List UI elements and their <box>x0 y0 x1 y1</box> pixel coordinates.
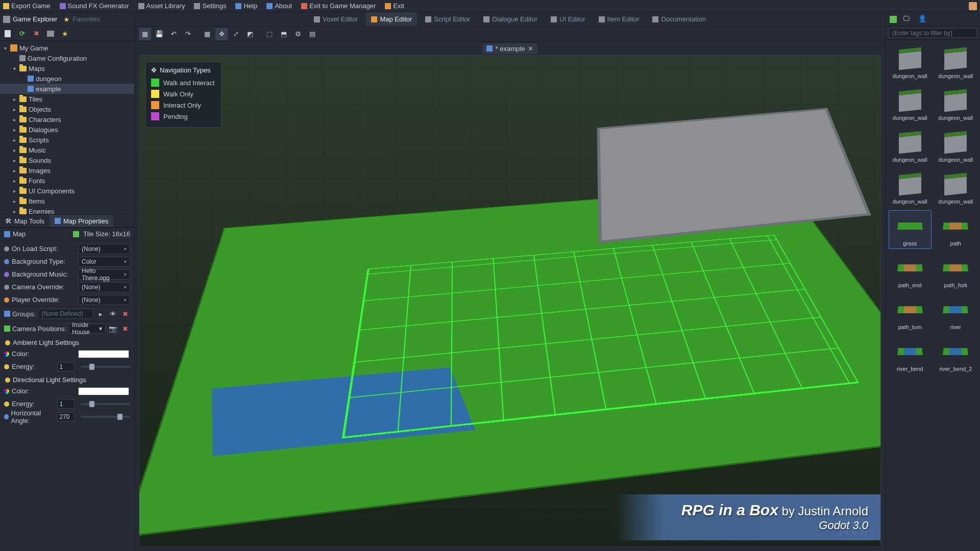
settings-button[interactable]: ⚙ <box>292 28 304 40</box>
tile-dungeon_wall[interactable]: dungeon_wall <box>935 168 977 207</box>
map-viewport[interactable]: ✥Navigation Types Walk and InteractWalk … <box>139 55 881 547</box>
tile-dungeon_wall[interactable]: dungeon_wall <box>889 127 932 165</box>
on-load-script-combo[interactable]: (None)▾ <box>78 244 130 254</box>
tree-item-objects[interactable]: ▸Objects <box>0 104 134 114</box>
menu-exit-to-game-manager[interactable]: Exit to Game Manager <box>301 2 376 10</box>
tree-item-scripts[interactable]: ▸Scripts <box>0 135 134 145</box>
tile-dungeon_wall[interactable]: dungeon_wall <box>889 43 932 82</box>
group-visibility-button[interactable]: 👁 <box>108 309 118 319</box>
grid-toggle-button[interactable]: ▦ <box>201 28 213 40</box>
directional-energy-slider[interactable] <box>81 403 131 405</box>
menu-help[interactable]: Help <box>235 2 257 10</box>
save-button[interactable]: 💾 <box>153 28 165 40</box>
editor-tab-map-editor[interactable]: Map Editor <box>366 12 417 26</box>
tile-dungeon_wall[interactable]: dungeon_wall <box>935 85 977 123</box>
editor-tab-documentation[interactable]: Documentation <box>647 12 710 26</box>
tree-item-ui-components[interactable]: ▸UI Components <box>0 186 134 196</box>
editor-tab-ui-editor[interactable]: UI Editor <box>546 12 591 26</box>
tab-map-properties[interactable]: Map Properties <box>50 215 113 227</box>
tree-item-fonts[interactable]: ▸Fonts <box>0 176 134 186</box>
tree-item-images[interactable]: ▸Images <box>0 165 134 176</box>
nav-overlay-button[interactable]: ◩ <box>244 28 256 40</box>
tile-filter-input[interactable] <box>889 28 977 38</box>
horizontal-angle-slider[interactable] <box>81 416 131 418</box>
camera-positions-combo[interactable]: Inside House▾ <box>68 323 106 334</box>
tile-path_end[interactable]: path_end <box>889 252 932 291</box>
menu-exit[interactable]: Exit <box>385 2 404 10</box>
tree-root[interactable]: ▾ My Game <box>0 43 134 53</box>
player-override-combo[interactable]: (None)▾ <box>78 295 130 305</box>
tab-favorites[interactable]: ★ Favorites <box>63 15 100 23</box>
file-tab-example[interactable]: * example ✕ <box>482 43 538 54</box>
menu-export-game[interactable]: Export Game <box>3 2 51 10</box>
tree-item-music[interactable]: ▸Music <box>0 145 134 155</box>
tree-item-enemies[interactable]: ▸Enemies <box>0 206 134 214</box>
new-map-button[interactable]: ▦ <box>139 28 151 40</box>
refresh-button[interactable]: ⟳ <box>17 29 27 38</box>
tiles-tab[interactable] <box>890 16 897 23</box>
tree-item-items[interactable]: ▸Items <box>0 196 134 206</box>
tree-item-example[interactable]: example <box>0 84 134 94</box>
characters-tab[interactable]: 👤 <box>918 15 927 24</box>
tree-item-characters[interactable]: ▸Characters <box>0 114 134 124</box>
ambient-color-swatch[interactable] <box>78 350 129 358</box>
editor-tab-voxel-editor[interactable]: Voxel Editor <box>309 12 363 26</box>
tool-b-button[interactable]: ⬒ <box>278 28 290 40</box>
directional-energy-input[interactable] <box>57 399 75 409</box>
ambient-energy-input[interactable] <box>57 362 75 371</box>
project-tree[interactable]: ▾ My Game Game Configuration▾Mapsdungeon… <box>0 41 134 214</box>
tile-dungeon_wall[interactable]: dungeon_wall <box>889 85 932 123</box>
menu-sound-fx-generator[interactable]: Sound FX Generator <box>60 2 129 10</box>
ambient-energy-slider[interactable] <box>81 366 131 368</box>
favorite-button[interactable]: ★ <box>60 29 69 38</box>
redo-button[interactable]: ↷ <box>182 28 194 40</box>
background-type-combo[interactable]: Color▾ <box>78 257 130 267</box>
tab-map-tools[interactable]: 🛠 Map Tools <box>0 215 50 227</box>
horizontal-angle-input[interactable] <box>57 412 75 421</box>
tile-dungeon_wall[interactable]: dungeon_wall <box>935 127 977 165</box>
tree-item-sounds[interactable]: ▸Sounds <box>0 155 134 165</box>
menu-asset-library[interactable]: Asset Library <box>138 2 185 10</box>
tile-dungeon_wall[interactable]: dungeon_wall <box>935 43 977 82</box>
tile-path_turn[interactable]: path_turn <box>889 294 932 333</box>
tree-item-maps[interactable]: ▾Maps <box>0 63 134 73</box>
menu-about[interactable]: About <box>266 2 292 10</box>
tab-game-explorer[interactable]: Game Explorer <box>3 15 57 23</box>
group-select-button[interactable]: ▸ <box>95 309 106 319</box>
new-file-button[interactable] <box>3 29 12 38</box>
tool-c-button[interactable]: ▤ <box>306 28 318 40</box>
editor-tab-dialogue-editor[interactable]: Dialogue Editor <box>478 12 543 26</box>
tree-item-tiles[interactable]: ▸Tiles <box>0 94 134 104</box>
tree-item-game-configuration[interactable]: Game Configuration <box>0 53 134 63</box>
directional-color-swatch[interactable] <box>78 387 129 395</box>
tile-name: path_fork <box>944 282 967 288</box>
editor-tab-script-editor[interactable]: Script Editor <box>420 12 475 26</box>
group-delete-button[interactable]: ✖ <box>120 309 130 319</box>
tile-path_fork[interactable]: path_fork <box>935 252 977 291</box>
tile-grass[interactable]: grass <box>889 210 932 249</box>
tool-a-button[interactable]: ⬚ <box>263 28 276 40</box>
rename-button[interactable] <box>46 29 55 38</box>
camera-delete-button[interactable]: ✖ <box>120 323 130 334</box>
tile-path[interactable]: path <box>935 210 977 249</box>
expand-button[interactable]: ⤢ <box>230 28 242 40</box>
camera-override-combo[interactable]: (None)▾ <box>78 282 130 292</box>
tile-river_bend[interactable]: river_bend <box>889 336 932 374</box>
background-music-combo[interactable]: Hello There.ogg▾ <box>78 269 130 280</box>
snap-toggle-button[interactable]: ✥ <box>215 28 228 40</box>
tile-palette[interactable]: dungeon_walldungeon_walldungeon_walldung… <box>886 40 980 551</box>
close-tab-button[interactable]: ✕ <box>528 45 533 53</box>
camera-add-button[interactable]: 📷 <box>108 323 118 334</box>
user-avatar[interactable] <box>969 2 977 10</box>
tile-dungeon_wall[interactable]: dungeon_wall <box>889 168 932 207</box>
delete-button[interactable]: ✖ <box>32 29 41 38</box>
objects-tab[interactable]: 🖵 <box>903 15 912 24</box>
tile-river[interactable]: river <box>935 294 977 333</box>
menu-settings[interactable]: Settings <box>194 2 226 10</box>
tree-item-dialogues[interactable]: ▸Dialogues <box>0 124 134 135</box>
tree-item-dungeon[interactable]: dungeon <box>0 73 134 84</box>
groups-combo[interactable]: (None Defined) <box>38 309 93 319</box>
undo-button[interactable]: ↶ <box>167 28 180 40</box>
tile-river_bend_2[interactable]: river_bend_2 <box>935 336 977 374</box>
editor-tab-item-editor[interactable]: Item Editor <box>594 12 645 26</box>
